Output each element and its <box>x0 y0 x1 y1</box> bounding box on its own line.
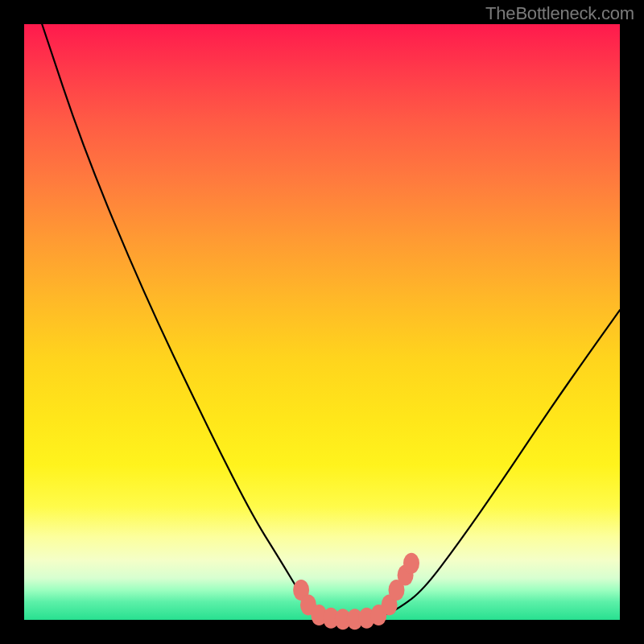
chart-frame: TheBottleneck.com <box>0 0 644 644</box>
watermark-text: TheBottleneck.com <box>485 3 634 24</box>
plot-area <box>24 24 620 620</box>
bottleneck-curve-svg <box>24 24 620 620</box>
trough-marker <box>403 553 419 574</box>
trough-markers <box>293 553 419 630</box>
bottleneck-curve <box>42 24 620 620</box>
